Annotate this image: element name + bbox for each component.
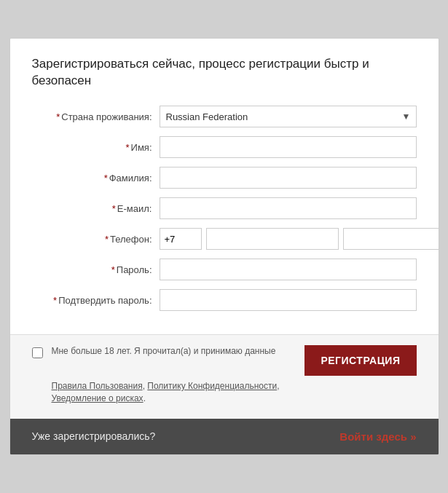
confirm-password-row: *Подтвердить пароль: xyxy=(32,289,417,311)
risk-notice-link[interactable]: Уведомление о рисках xyxy=(52,393,144,403)
card-footer: Мне больше 18 лет. Я прочитал(а) и прини… xyxy=(10,334,439,419)
terms-of-use-link[interactable]: Правила Пользования xyxy=(52,381,143,391)
required-star: * xyxy=(53,295,57,306)
privacy-policy-link[interactable]: Политику Конфиденциальности xyxy=(147,381,277,391)
name-label: *Имя: xyxy=(32,142,160,153)
password-label: *Пароль: xyxy=(32,264,160,275)
phone-number-input-1[interactable] xyxy=(206,228,339,250)
password-row: *Пароль: xyxy=(32,259,417,280)
confirm-password-input[interactable] xyxy=(160,289,417,311)
terms-row: Мне больше 18 лет. Я прочитал(а) и прини… xyxy=(32,345,417,376)
country-select-wrapper: Russian Federation ▼ xyxy=(160,106,417,127)
required-star: * xyxy=(104,173,108,184)
terms-checkbox[interactable] xyxy=(32,347,43,358)
required-star: * xyxy=(105,234,109,245)
email-input[interactable] xyxy=(160,197,417,219)
lastname-row: *Фамилия: xyxy=(32,167,417,189)
required-star: * xyxy=(56,111,60,122)
terms-links: Правила Пользования, Политику Конфиденци… xyxy=(32,380,417,406)
password-input[interactable] xyxy=(160,259,417,280)
phone-code-input[interactable] xyxy=(160,228,202,250)
phone-label: *Телефон: xyxy=(32,234,160,245)
country-select[interactable]: Russian Federation xyxy=(160,106,417,127)
name-row: *Имя: xyxy=(32,136,417,158)
required-star: * xyxy=(126,142,130,153)
registration-card: Зарегистрироваться сейчас, процесс регис… xyxy=(9,38,439,455)
country-label: *Страна проживания: xyxy=(32,111,160,122)
required-star: * xyxy=(111,264,115,275)
name-input[interactable] xyxy=(160,136,417,158)
bottom-bar: Уже зарегистрировались? Войти здесь » xyxy=(10,419,439,454)
login-link[interactable]: Войти здесь » xyxy=(339,430,416,443)
lastname-input[interactable] xyxy=(160,167,417,189)
phone-row: *Телефон: xyxy=(32,228,417,250)
phone-fields xyxy=(160,228,439,250)
page-title: Зарегистрироваться сейчас, процесс регис… xyxy=(32,56,417,90)
confirm-password-label: *Подтвердить пароль: xyxy=(32,295,160,306)
country-row: *Страна проживания: Russian Federation ▼ xyxy=(32,106,417,127)
email-row: *Е-маил: xyxy=(32,197,417,219)
register-button[interactable]: РЕГИСТРАЦИЯ xyxy=(304,345,416,376)
phone-number-input-2[interactable] xyxy=(343,228,439,250)
already-registered-text: Уже зарегистрировались? xyxy=(32,430,156,442)
card-body: Зарегистрироваться сейчас, процесс регис… xyxy=(10,39,439,334)
terms-text: Мне больше 18 лет. Я прочитал(а) и прини… xyxy=(52,345,296,358)
required-star: * xyxy=(112,203,116,214)
lastname-label: *Фамилия: xyxy=(32,173,160,184)
email-label: *Е-маил: xyxy=(32,203,160,214)
